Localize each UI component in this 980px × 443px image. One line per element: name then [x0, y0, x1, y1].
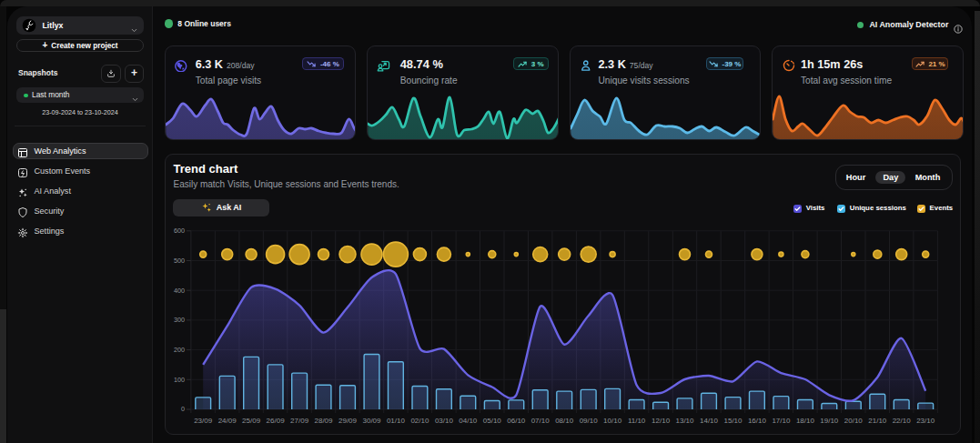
svg-text:12/10: 12/10: [652, 417, 671, 425]
svg-text:30/09: 30/09: [362, 417, 381, 425]
svg-text:10/10: 10/10: [603, 417, 622, 425]
svg-text:07/10: 07/10: [531, 417, 551, 425]
svg-text:09/10: 09/10: [580, 417, 599, 425]
svg-text:500: 500: [174, 257, 185, 265]
svg-text:200: 200: [174, 346, 185, 354]
svg-text:13/10: 13/10: [675, 417, 694, 425]
svg-text:24/09: 24/09: [218, 417, 237, 425]
svg-text:19/10: 19/10: [820, 417, 839, 425]
svg-text:01/10: 01/10: [387, 417, 406, 425]
svg-text:05/10: 05/10: [483, 417, 502, 425]
svg-text:20/10: 20/10: [844, 417, 864, 425]
svg-text:15/10: 15/10: [723, 417, 743, 425]
svg-text:23/10: 23/10: [916, 417, 935, 425]
svg-text:17/10: 17/10: [772, 417, 791, 425]
svg-text:21/10: 21/10: [868, 417, 887, 425]
svg-text:08/10: 08/10: [555, 417, 574, 425]
svg-text:11/10: 11/10: [628, 417, 646, 425]
svg-text:28/09: 28/09: [314, 417, 333, 425]
svg-text:29/09: 29/09: [338, 417, 358, 425]
svg-text:03/10: 03/10: [435, 417, 454, 425]
svg-text:06/10: 06/10: [507, 417, 526, 425]
svg-text:02/10: 02/10: [410, 417, 429, 425]
svg-text:26/09: 26/09: [267, 417, 286, 425]
svg-text:14/10: 14/10: [700, 417, 719, 425]
svg-text:04/10: 04/10: [459, 417, 478, 425]
svg-text:16/10: 16/10: [748, 417, 767, 425]
svg-text:400: 400: [174, 287, 185, 295]
svg-text:300: 300: [174, 316, 185, 324]
svg-text:22/10: 22/10: [893, 417, 912, 425]
svg-text:100: 100: [174, 376, 185, 384]
svg-text:23/09: 23/09: [194, 417, 213, 425]
svg-text:0: 0: [181, 405, 185, 413]
svg-text:600: 600: [174, 227, 185, 235]
svg-text:25/09: 25/09: [242, 417, 261, 425]
svg-text:18/10: 18/10: [796, 417, 815, 425]
svg-text:27/09: 27/09: [290, 417, 309, 425]
